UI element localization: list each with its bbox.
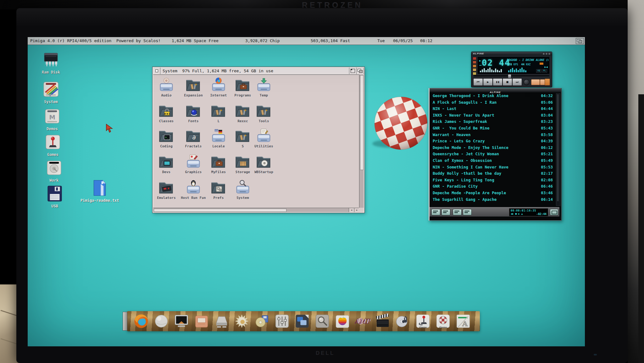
playlist-list[interactable]: George Thorogood - I Drink Alone 04:32A …	[431, 93, 553, 205]
drawer-icon-fractals[interactable]: ∂ Fractals	[180, 128, 207, 148]
player-titlebar[interactable]: ALPINE	[471, 52, 552, 55]
playlist-add-button[interactable]	[431, 209, 440, 215]
desktop-icon-ram-disk[interactable]: Ram Disk	[32, 51, 70, 74]
dock-item-mixer[interactable]	[274, 313, 290, 329]
pl-button[interactable]: PL	[542, 69, 547, 73]
drawer-icon-audio[interactable]: Audio	[153, 77, 180, 97]
preset-button-red2[interactable]	[473, 61, 476, 64]
scroll-right-arrow[interactable]: ▸	[354, 208, 359, 212]
desktop-icon-usb[interactable]: USB	[36, 185, 74, 208]
drawer-icon-system[interactable]: System	[230, 179, 256, 200]
dock-item-amp[interactable]: AMP	[355, 313, 370, 329]
playlist-row[interactable]: INXS - Never Tear Us Apart 03:04	[431, 113, 553, 119]
desktop-icon-games[interactable]: Games	[34, 133, 72, 157]
system-window[interactable]: System 97% Full, 1,624 MB free, 54 GB in…	[153, 67, 364, 213]
scroll-left-arrow[interactable]: ◂	[349, 208, 354, 212]
player-minimize-button[interactable]	[542, 52, 545, 55]
playlist-remove-button[interactable]	[441, 209, 450, 215]
dock-item-apple[interactable]	[335, 313, 350, 329]
volume-knob[interactable]	[524, 79, 530, 85]
window-depth-gadget[interactable]	[356, 68, 364, 74]
eject-button[interactable]	[531, 79, 540, 85]
vertical-scrollbar[interactable]	[359, 74, 364, 208]
drawer-icon-wbstartup[interactable]: WBStartup	[251, 154, 277, 174]
drawer-icon-l[interactable]: L	[205, 103, 232, 123]
player-close-button[interactable]	[548, 52, 551, 55]
drawer-icon-prefs[interactable]: Prefs	[205, 179, 232, 200]
playlist-window[interactable]: ALPINE George Thorogood - I Drink Alone …	[429, 88, 562, 221]
playlist-options-button[interactable]	[550, 209, 558, 215]
system-window-titlebar[interactable]: System 97% Full, 1,624 MB free, 54 GB in…	[153, 68, 364, 75]
zoom-gadget[interactable]	[349, 68, 357, 74]
preset-button-yellow[interactable]	[473, 72, 476, 75]
playlist-row[interactable]: A Flock of Seagulls - I Ran 05:06	[431, 100, 553, 107]
playlist-scrollbar[interactable]	[556, 93, 560, 206]
eq-button[interactable]: EQ	[536, 69, 541, 73]
desktop-icon-system-disk[interactable]: System	[32, 80, 70, 104]
drawer-icon-devs[interactable]: Devs	[153, 154, 180, 174]
dock-item-clapper[interactable]	[375, 313, 391, 329]
playlist-row[interactable]: NIN - Something I Can Never Have 05:53	[431, 165, 553, 171]
amigaamp-player[interactable]: ALPINE ▶ − 02 44 ROGOOD - I DRINK ALONE …	[471, 52, 552, 87]
playlist-misc-button[interactable]	[463, 209, 472, 215]
dock-item-idemo[interactable]: iDemo	[435, 313, 451, 329]
dock-item-magnifier[interactable]	[314, 313, 330, 329]
dock-item-music-cd[interactable]	[395, 313, 411, 329]
playlist-row[interactable]: George Thorogood - I Drink Alone 04:32	[431, 93, 553, 100]
drawer-icon-locale[interactable]: Locale	[205, 128, 232, 148]
playlist-row[interactable]: Clan of Xymox - Obsession 05:49	[431, 158, 553, 165]
dock-item-firefox[interactable]	[133, 313, 149, 329]
next-button[interactable]: ⏭	[512, 78, 522, 86]
preset-button-red[interactable]	[473, 57, 476, 60]
playlist-row[interactable]: Five Keys - Ling Ting Tong 02:08	[431, 178, 553, 184]
seek-slider-knob[interactable]	[508, 74, 511, 78]
playlist-scroll-thumb[interactable]	[557, 94, 559, 201]
dock-item-package[interactable]	[194, 313, 209, 329]
dock-item-arteffect[interactable]: A	[455, 313, 471, 329]
drawer-icon-myfiles[interactable]: MyFiles	[205, 154, 232, 174]
dock-item-cd-floppy[interactable]	[254, 313, 270, 329]
preset-button-orange[interactable]	[473, 64, 476, 68]
playlist-row[interactable]: Depeche Mode - Enjoy The Silence 06:12	[431, 145, 553, 152]
dock-item-screens-prefs[interactable]	[294, 313, 310, 329]
drawer-icon-host-run-fun[interactable]: Host Run Fun	[180, 179, 207, 200]
playlist-row[interactable]: Queensryche - Jet City Woman 05:21	[431, 151, 553, 158]
drawer-icon-temp[interactable]: Temp	[251, 77, 277, 97]
close-gadget[interactable]	[153, 68, 160, 74]
playlist-row[interactable]: The Sugarhill Gang - Apache 06:14	[431, 197, 553, 204]
drawer-icon-utilities[interactable]: Utilities	[251, 128, 277, 148]
desktop-icon-readme[interactable]: Pimiga-readme.txt	[80, 179, 118, 203]
playlist-row[interactable]: GNR - Paradise City 06:46	[431, 184, 553, 190]
dock-handle[interactable]	[123, 312, 127, 331]
playlist-row[interactable]: Warrant - Heaven 03:58	[431, 132, 553, 139]
dock-item-harddrive[interactable]	[214, 313, 230, 329]
drawer-icon-tools[interactable]: Tools	[251, 103, 277, 123]
stop-button[interactable]: ■	[502, 78, 512, 86]
amidock[interactable]: AMPiGameiDemoA	[127, 311, 480, 331]
play-button[interactable]: ▶	[483, 78, 493, 86]
power-button[interactable]	[545, 79, 550, 85]
preset-button-tan[interactable]	[473, 68, 476, 71]
playlist-row[interactable]: NIN - Last 04:44	[431, 106, 553, 113]
playlist-select-button[interactable]	[453, 209, 462, 215]
dock-item-igame[interactable]: iGame	[415, 313, 431, 329]
drawer-icon-graphics[interactable]: Graphics	[180, 154, 207, 174]
playlist-row[interactable]: Rick James - Superfreak 03:23	[431, 119, 553, 126]
pause-button[interactable]: ▮▮	[493, 78, 502, 86]
desktop-icon-demos[interactable]: M Demos	[33, 107, 71, 131]
playlist-row[interactable]: Buddy Holly -thatl be the day 02:17	[431, 171, 553, 178]
drawer-icon-emulators[interactable]: Emulators	[153, 179, 180, 200]
dock-item-screen[interactable]	[174, 313, 189, 329]
drawer-icon-classes[interactable]: Classes	[153, 103, 180, 123]
horizontal-scroll-thumb[interactable]	[154, 209, 286, 212]
drawer-icon-fonts[interactable]: Fonts	[180, 103, 207, 123]
playlist-row[interactable]: GNR - You Could Be Mine 05:43	[431, 126, 553, 132]
drawer-icon-expansion[interactable]: Expansion	[180, 77, 207, 97]
desktop-icon-work[interactable]: Work	[35, 159, 73, 183]
seek-slider[interactable]	[474, 75, 549, 77]
playlist-row[interactable]: Prince - Lets Go Crazy 04:39	[431, 139, 553, 145]
prev-button[interactable]: ⏮	[473, 78, 483, 86]
playlist-row[interactable]: Depeche Mode -People Are People 03:46	[431, 190, 553, 197]
vertical-scroll-thumb[interactable]	[360, 75, 364, 170]
player-shade-button[interactable]	[545, 52, 548, 55]
